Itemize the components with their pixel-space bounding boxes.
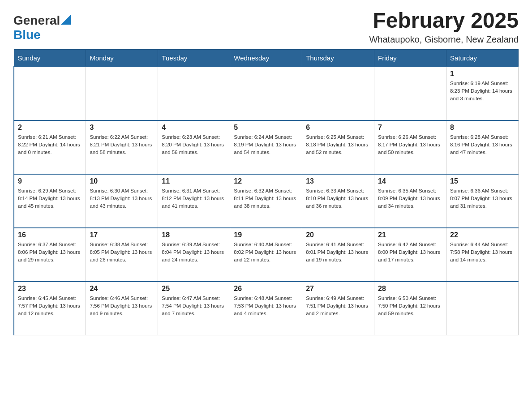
logo-triangle-icon [61, 15, 71, 25]
day-info: Sunrise: 6:39 AM Sunset: 8:04 PM Dayligh… [162, 241, 226, 264]
calendar-week-row: 1Sunrise: 6:19 AM Sunset: 8:23 PM Daylig… [14, 67, 519, 120]
header-thursday: Thursday [302, 49, 374, 67]
table-row: 3Sunrise: 6:22 AM Sunset: 8:21 PM Daylig… [86, 120, 158, 174]
day-info: Sunrise: 6:37 AM Sunset: 8:06 PM Dayligh… [18, 241, 82, 264]
day-info: Sunrise: 6:31 AM Sunset: 8:12 PM Dayligh… [162, 187, 226, 210]
location-subtitle: Whataupoko, Gisborne, New Zealand [369, 34, 519, 45]
table-row: 24Sunrise: 6:46 AM Sunset: 7:56 PM Dayli… [86, 282, 158, 335]
day-info: Sunrise: 6:42 AM Sunset: 8:00 PM Dayligh… [378, 241, 442, 264]
day-number: 25 [162, 285, 226, 293]
day-number: 4 [162, 124, 226, 132]
calendar-week-row: 23Sunrise: 6:45 AM Sunset: 7:57 PM Dayli… [14, 282, 519, 335]
table-row [230, 67, 302, 120]
table-row: 26Sunrise: 6:48 AM Sunset: 7:53 PM Dayli… [230, 282, 302, 335]
day-number: 15 [450, 177, 515, 185]
day-number: 28 [378, 285, 442, 293]
day-number: 3 [90, 124, 154, 132]
header-tuesday: Tuesday [158, 49, 230, 67]
day-info: Sunrise: 6:44 AM Sunset: 7:58 PM Dayligh… [450, 241, 515, 264]
day-number: 14 [378, 177, 442, 185]
calendar-week-row: 2Sunrise: 6:21 AM Sunset: 8:22 PM Daylig… [14, 120, 519, 174]
table-row: 23Sunrise: 6:45 AM Sunset: 7:57 PM Dayli… [14, 282, 86, 335]
table-row: 15Sunrise: 6:36 AM Sunset: 8:07 PM Dayli… [446, 174, 519, 228]
table-row: 12Sunrise: 6:32 AM Sunset: 8:11 PM Dayli… [230, 174, 302, 228]
day-number: 20 [306, 231, 370, 239]
day-number: 27 [306, 285, 370, 293]
day-number: 12 [234, 177, 298, 185]
table-row [446, 282, 519, 335]
table-row [86, 67, 158, 120]
day-info: Sunrise: 6:48 AM Sunset: 7:53 PM Dayligh… [234, 295, 298, 318]
table-row: 17Sunrise: 6:38 AM Sunset: 8:05 PM Dayli… [86, 228, 158, 282]
day-info: Sunrise: 6:22 AM Sunset: 8:21 PM Dayligh… [90, 133, 154, 157]
day-number: 9 [18, 177, 82, 185]
calendar-week-row: 9Sunrise: 6:29 AM Sunset: 8:14 PM Daylig… [14, 174, 519, 228]
day-info: Sunrise: 6:40 AM Sunset: 8:02 PM Dayligh… [234, 241, 298, 264]
day-number: 10 [90, 177, 154, 185]
table-row: 25Sunrise: 6:47 AM Sunset: 7:54 PM Dayli… [158, 282, 230, 335]
day-number: 21 [378, 231, 442, 239]
table-row: 19Sunrise: 6:40 AM Sunset: 8:02 PM Dayli… [230, 228, 302, 282]
table-row: 7Sunrise: 6:26 AM Sunset: 8:17 PM Daylig… [374, 120, 446, 174]
logo-blue-text: Blue [13, 28, 41, 42]
day-number: 16 [18, 231, 82, 239]
day-info: Sunrise: 6:33 AM Sunset: 8:10 PM Dayligh… [306, 187, 370, 210]
day-info: Sunrise: 6:25 AM Sunset: 8:18 PM Dayligh… [306, 133, 370, 157]
day-info: Sunrise: 6:32 AM Sunset: 8:11 PM Dayligh… [234, 187, 298, 210]
table-row: 18Sunrise: 6:39 AM Sunset: 8:04 PM Dayli… [158, 228, 230, 282]
day-info: Sunrise: 6:29 AM Sunset: 8:14 PM Dayligh… [18, 187, 82, 210]
table-row: 9Sunrise: 6:29 AM Sunset: 8:14 PM Daylig… [14, 174, 86, 228]
day-info: Sunrise: 6:21 AM Sunset: 8:22 PM Dayligh… [18, 133, 82, 157]
table-row [14, 67, 86, 120]
day-info: Sunrise: 6:23 AM Sunset: 8:20 PM Dayligh… [162, 133, 226, 157]
day-info: Sunrise: 6:28 AM Sunset: 8:16 PM Dayligh… [450, 133, 515, 157]
table-row: 8Sunrise: 6:28 AM Sunset: 8:16 PM Daylig… [446, 120, 519, 174]
table-row: 28Sunrise: 6:50 AM Sunset: 7:50 PM Dayli… [374, 282, 446, 335]
svg-marker-0 [61, 15, 71, 25]
day-info: Sunrise: 6:38 AM Sunset: 8:05 PM Dayligh… [90, 241, 154, 264]
table-row: 4Sunrise: 6:23 AM Sunset: 8:20 PM Daylig… [158, 120, 230, 174]
table-row: 10Sunrise: 6:30 AM Sunset: 8:13 PM Dayli… [86, 174, 158, 228]
day-number: 1 [450, 70, 515, 78]
day-info: Sunrise: 6:35 AM Sunset: 8:09 PM Dayligh… [378, 187, 442, 210]
day-info: Sunrise: 6:46 AM Sunset: 7:56 PM Dayligh… [90, 295, 154, 318]
table-row: 6Sunrise: 6:25 AM Sunset: 8:18 PM Daylig… [302, 120, 374, 174]
header-sunday: Sunday [14, 49, 86, 67]
table-row: 21Sunrise: 6:42 AM Sunset: 8:00 PM Dayli… [374, 228, 446, 282]
day-info: Sunrise: 6:30 AM Sunset: 8:13 PM Dayligh… [90, 187, 154, 210]
day-number: 19 [234, 231, 298, 239]
title-section: February 2025 Whataupoko, Gisborne, New … [369, 9, 519, 45]
day-number: 5 [234, 124, 298, 132]
calendar-table: Sunday Monday Tuesday Wednesday Thursday… [13, 49, 519, 336]
table-row [302, 67, 374, 120]
table-row: 16Sunrise: 6:37 AM Sunset: 8:06 PM Dayli… [14, 228, 86, 282]
logo-general-text: General [13, 13, 60, 28]
day-info: Sunrise: 6:41 AM Sunset: 8:01 PM Dayligh… [306, 241, 370, 264]
table-row [158, 67, 230, 120]
table-row: 1Sunrise: 6:19 AM Sunset: 8:23 PM Daylig… [446, 67, 519, 120]
day-info: Sunrise: 6:36 AM Sunset: 8:07 PM Dayligh… [450, 187, 515, 210]
table-row: 20Sunrise: 6:41 AM Sunset: 8:01 PM Dayli… [302, 228, 374, 282]
day-number: 22 [450, 231, 515, 239]
day-info: Sunrise: 6:24 AM Sunset: 8:19 PM Dayligh… [234, 133, 298, 157]
day-number: 13 [306, 177, 370, 185]
logo: General Blue [13, 13, 71, 42]
header-friday: Friday [374, 49, 446, 67]
table-row: 22Sunrise: 6:44 AM Sunset: 7:58 PM Dayli… [446, 228, 519, 282]
day-number: 2 [18, 124, 82, 132]
calendar-week-row: 16Sunrise: 6:37 AM Sunset: 8:06 PM Dayli… [14, 228, 519, 282]
day-info: Sunrise: 6:45 AM Sunset: 7:57 PM Dayligh… [18, 295, 82, 318]
table-row [374, 67, 446, 120]
table-row: 13Sunrise: 6:33 AM Sunset: 8:10 PM Dayli… [302, 174, 374, 228]
day-number: 8 [450, 124, 515, 132]
day-info: Sunrise: 6:26 AM Sunset: 8:17 PM Dayligh… [378, 133, 442, 157]
day-info: Sunrise: 6:49 AM Sunset: 7:51 PM Dayligh… [306, 295, 370, 318]
table-row: 27Sunrise: 6:49 AM Sunset: 7:51 PM Dayli… [302, 282, 374, 335]
table-row: 5Sunrise: 6:24 AM Sunset: 8:19 PM Daylig… [230, 120, 302, 174]
table-row: 11Sunrise: 6:31 AM Sunset: 8:12 PM Dayli… [158, 174, 230, 228]
calendar-header-row: Sunday Monday Tuesday Wednesday Thursday… [14, 49, 519, 67]
day-number: 26 [234, 285, 298, 293]
table-row: 2Sunrise: 6:21 AM Sunset: 8:22 PM Daylig… [14, 120, 86, 174]
page-header: General Blue February 2025 Whataupoko, G… [13, 9, 519, 45]
header-monday: Monday [86, 49, 158, 67]
